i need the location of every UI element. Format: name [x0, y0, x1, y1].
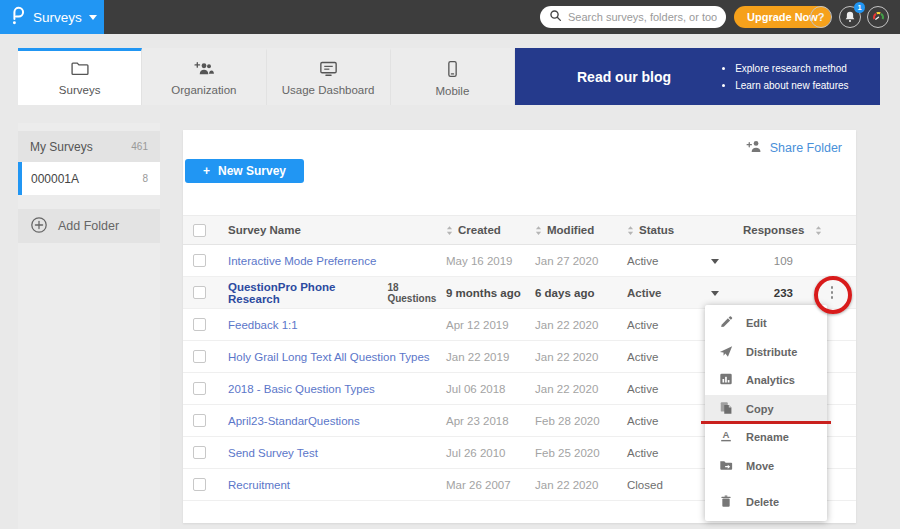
questionpro-logo-icon: [9, 5, 26, 30]
row-checkbox[interactable]: [193, 446, 206, 459]
menu-label: Distribute: [746, 346, 797, 358]
survey-name-link[interactable]: Feedback 1:1: [228, 319, 298, 331]
created-cell: Jul 06 2018: [446, 383, 535, 395]
modified-cell: Jan 22 2020: [535, 479, 627, 491]
created-cell: 9 months ago: [446, 287, 535, 299]
modified-cell: Jan 22 2020: [535, 319, 627, 331]
plus-sign: +: [203, 164, 210, 178]
responses-cell: 109: [743, 255, 808, 267]
row-context-menu: Edit Distribute Analytics: [705, 305, 827, 521]
header-created[interactable]: Created: [446, 224, 535, 236]
add-folder-label: Add Folder: [58, 219, 119, 233]
tab-usage-dashboard[interactable]: Usage Dashboard: [267, 48, 391, 105]
header-status[interactable]: Status: [627, 224, 743, 236]
add-users-icon: [193, 60, 215, 79]
search-input[interactable]: [568, 11, 717, 23]
tab-mobile[interactable]: Mobile: [391, 48, 515, 105]
menu-label: Copy: [746, 403, 774, 415]
status-value: Active: [627, 351, 658, 363]
survey-name-link[interactable]: Send Survey Test: [228, 447, 318, 459]
sort-icon[interactable]: [627, 225, 634, 236]
blog-banner[interactable]: Read our blog Explore research method Le…: [515, 48, 880, 105]
status-value: Active: [627, 287, 662, 299]
top-bar: Surveys Upgrade Now ? 1: [0, 0, 900, 34]
status-dropdown-caret[interactable]: [711, 291, 719, 296]
share-folder-label: Share Folder: [770, 141, 842, 155]
tab-label: Organization: [171, 84, 236, 96]
paper-plane-icon: [719, 344, 733, 360]
menu-item-edit[interactable]: Edit: [705, 309, 827, 338]
menu-item-analytics[interactable]: Analytics: [705, 366, 827, 395]
status-value: Closed: [627, 479, 663, 491]
status-value: Active: [627, 383, 658, 395]
modified-cell: Feb 25 2020: [535, 447, 627, 459]
header-survey-name[interactable]: Survey Name: [219, 224, 446, 236]
menu-item-distribute[interactable]: Distribute: [705, 338, 827, 367]
brand-menu-label: Surveys: [33, 10, 82, 25]
menu-label: Edit: [746, 317, 767, 329]
status-dropdown-caret[interactable]: [711, 259, 719, 264]
menu-item-rename[interactable]: A Rename: [705, 423, 827, 452]
folders-sidebar: My Surveys 461 000001A 8 Add Folder: [18, 123, 160, 529]
menu-label: Rename: [746, 431, 789, 443]
row-checkbox[interactable]: [193, 382, 206, 395]
survey-name-link[interactable]: Holy Grail Long Text All Question Types: [228, 351, 430, 363]
menu-item-move[interactable]: Move: [705, 452, 827, 481]
bar-chart-icon: [719, 372, 733, 388]
banner-title: Read our blog: [577, 69, 671, 85]
created-cell: Jul 26 2010: [446, 447, 535, 459]
tab-organization[interactable]: Organization: [142, 48, 266, 105]
created-cell: Apr 12 2019: [446, 319, 535, 331]
header-label: Responses: [743, 224, 804, 236]
folder-icon: [70, 60, 90, 79]
notification-badge: 1: [854, 2, 865, 13]
row-checkbox[interactable]: [193, 318, 206, 331]
sort-icon[interactable]: [446, 225, 453, 236]
product-switcher[interactable]: Surveys: [0, 0, 104, 34]
status-value: Active: [627, 447, 658, 459]
status-value: Active: [627, 255, 658, 267]
status-value: Active: [627, 319, 658, 331]
tab-surveys[interactable]: Surveys: [18, 48, 142, 105]
survey-name-link[interactable]: Recruitment: [228, 479, 290, 491]
new-survey-button[interactable]: + New Survey: [185, 159, 304, 183]
survey-name-link[interactable]: QuestionPro Phone Research: [228, 281, 379, 305]
row-checkbox[interactable]: [193, 478, 206, 491]
header-modified[interactable]: Modified: [535, 224, 627, 236]
survey-name-link[interactable]: April23-StandarQuestions: [228, 415, 360, 427]
modified-cell: Feb 28 2020: [535, 415, 627, 427]
help-button[interactable]: ?: [810, 6, 832, 28]
created-cell: Apr 23 2018: [446, 415, 535, 427]
created-cell: Mar 26 2007: [446, 479, 535, 491]
row-checkbox[interactable]: [193, 286, 206, 299]
menu-item-delete[interactable]: Delete: [705, 488, 827, 517]
select-all-checkbox[interactable]: [193, 224, 206, 237]
folder-label: My Surveys: [30, 140, 93, 154]
sort-icon[interactable]: [815, 225, 822, 236]
kebab-highlight-circle-annotation: [814, 276, 852, 314]
menu-item-copy[interactable]: Copy: [705, 395, 827, 424]
sidebar-item-000001A[interactable]: 000001A 8: [18, 162, 160, 195]
row-checkbox[interactable]: [193, 350, 206, 363]
tab-label: Mobile: [435, 85, 469, 97]
modified-cell: Jan 22 2020: [535, 383, 627, 395]
global-search: [540, 6, 726, 28]
menu-label: Delete: [746, 496, 779, 508]
table-row: Interactive Mode Preferrence May 16 2019…: [183, 245, 856, 277]
main-tabs: Surveys Organization Usage Dashboard: [18, 48, 515, 105]
header-label: Modified: [547, 224, 594, 236]
folder-count: 8: [142, 173, 148, 184]
usage-meter-button[interactable]: [867, 6, 889, 28]
share-folder-button[interactable]: Share Folder: [745, 139, 842, 156]
sidebar-item-my-surveys[interactable]: My Surveys 461: [18, 131, 160, 162]
copy-icon: [719, 401, 733, 417]
row-checkbox[interactable]: [193, 414, 206, 427]
rename-icon: A: [719, 429, 733, 445]
row-checkbox[interactable]: [193, 254, 206, 267]
survey-name-link[interactable]: Interactive Mode Preferrence: [228, 255, 376, 267]
sort-icon[interactable]: [535, 225, 542, 236]
survey-name-link[interactable]: 2018 - Basic Question Types: [228, 383, 375, 395]
add-folder-button[interactable]: Add Folder: [18, 209, 160, 243]
notifications-button[interactable]: 1: [839, 6, 861, 28]
header-responses[interactable]: Responses: [743, 224, 808, 236]
